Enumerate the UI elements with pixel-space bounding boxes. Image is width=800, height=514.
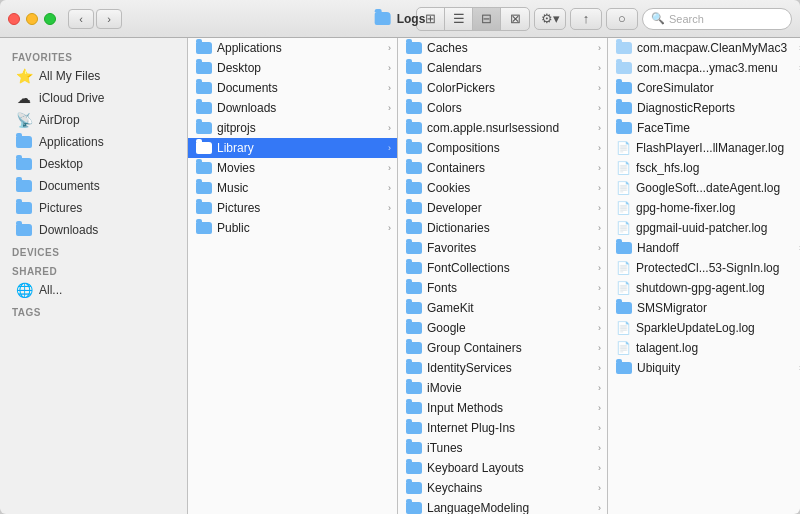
col3-handoff[interactable]: Handoff › [608, 238, 800, 258]
network-icon: 🌐 [16, 282, 32, 298]
sidebar-item-all-my-files[interactable]: ⭐ All My Files [4, 65, 183, 87]
col3-smsmigrator[interactable]: SMSMigrator [608, 298, 800, 318]
column-view-button[interactable]: ⊟ [473, 8, 501, 30]
col2-input-methods[interactable]: Input Methods › [398, 398, 607, 418]
folder-icon [196, 62, 212, 74]
col2-identityservices[interactable]: IdentityServices › [398, 358, 607, 378]
col1-movies[interactable]: Movies › [188, 158, 397, 178]
sidebar-item-downloads[interactable]: Downloads [4, 219, 183, 241]
search-icon: 🔍 [651, 12, 665, 25]
col3-coresimulator[interactable]: CoreSimulator [608, 78, 800, 98]
columns-area: Applications › Desktop › Documents › Dow… [188, 38, 800, 514]
col1-music[interactable]: Music › [188, 178, 397, 198]
col2-fontcollections[interactable]: FontCollections › [398, 258, 607, 278]
tag-button[interactable]: ○ [606, 8, 638, 30]
folder-icon [196, 142, 212, 154]
folder-icon [406, 122, 422, 134]
col3-sparkleupdatelog[interactable]: 📄 SparkleUpdateLog.log [608, 318, 800, 338]
col3-cleanmymac3-menu[interactable]: com.macpa...ymac3.menu › [608, 58, 800, 78]
col1-public[interactable]: Public › [188, 218, 397, 238]
sidebar-item-desktop[interactable]: Desktop [4, 153, 183, 175]
col2-colors[interactable]: Colors › [398, 98, 607, 118]
minimize-button[interactable] [26, 13, 38, 25]
all-my-files-icon: ⭐ [16, 68, 32, 84]
col2-nsurlsessiond[interactable]: com.apple.nsurlsessiond › [398, 118, 607, 138]
col2-developer[interactable]: Developer › [398, 198, 607, 218]
col2-calendars[interactable]: Calendars › [398, 58, 607, 78]
col2-keychains[interactable]: Keychains › [398, 478, 607, 498]
forward-button[interactable]: › [96, 9, 122, 29]
column-3: com.macpaw.CleanMyMac3 › com.macpa...yma… [608, 38, 800, 514]
sidebar-item-applications[interactable]: Applications [4, 131, 183, 153]
col2-itunes[interactable]: iTunes › [398, 438, 607, 458]
col2-favorites[interactable]: Favorites › [398, 238, 607, 258]
col3-shutdown-gpg[interactable]: 📄 shutdown-gpg-agent.log [608, 278, 800, 298]
folder-icon [406, 402, 422, 414]
coverflow-view-button[interactable]: ⊠ [501, 8, 529, 30]
col1-applications[interactable]: Applications › [188, 38, 397, 58]
folder-icon [406, 282, 422, 294]
col1-documents[interactable]: Documents › [188, 78, 397, 98]
col2-languagemodeling[interactable]: LanguageModeling › [398, 498, 607, 514]
folder-icon [616, 242, 632, 254]
col2-caches[interactable]: Caches › [398, 38, 607, 58]
col1-downloads[interactable]: Downloads › [188, 98, 397, 118]
action-button[interactable]: ⚙▾ [534, 8, 566, 30]
col3-diagnosticreports[interactable]: DiagnosticReports [608, 98, 800, 118]
file-icon: 📄 [616, 181, 631, 195]
share-button[interactable]: ↑ [570, 8, 602, 30]
col3-talagent[interactable]: 📄 talagent.log [608, 338, 800, 358]
col2-colorpickers[interactable]: ColorPickers › [398, 78, 607, 98]
col2-containers[interactable]: Containers › [398, 158, 607, 178]
folder-icon [406, 82, 422, 94]
list-view-button[interactable]: ☰ [445, 8, 473, 30]
col3-gpgmail-uuid[interactable]: 📄 gpgmail-uuid-patcher.log [608, 218, 800, 238]
col3-fsck-hfs[interactable]: 📄 fsck_hfs.log [608, 158, 800, 178]
col2-group-containers[interactable]: Group Containers › [398, 338, 607, 358]
col2-imovie[interactable]: iMovie › [398, 378, 607, 398]
folder-icon [196, 82, 212, 94]
folder-icon [616, 42, 632, 54]
col2-keyboard-layouts[interactable]: Keyboard Layouts › [398, 458, 607, 478]
col2-internet-plug-ins[interactable]: Internet Plug-Ins › [398, 418, 607, 438]
folder-icon [406, 262, 422, 274]
sidebar-item-documents[interactable]: Documents [4, 175, 183, 197]
sidebar-item-all[interactable]: 🌐 All... [4, 279, 183, 301]
folder-icon [616, 362, 632, 374]
icloud-icon: ☁ [16, 90, 32, 106]
col2-gamekit[interactable]: GameKit › [398, 298, 607, 318]
folder-icon [406, 382, 422, 394]
col1-gitprojs[interactable]: gitprojs › [188, 118, 397, 138]
col3-cleanmymac3[interactable]: com.macpaw.CleanMyMac3 › [608, 38, 800, 58]
col3-gpg-home-fixer[interactable]: 📄 gpg-home-fixer.log [608, 198, 800, 218]
col3-flashplayer-log[interactable]: 📄 FlashPlayerI...llManager.log [608, 138, 800, 158]
folder-icon [616, 62, 632, 74]
col2-dictionaries[interactable]: Dictionaries › [398, 218, 607, 238]
traffic-lights [8, 13, 56, 25]
col1-desktop[interactable]: Desktop › [188, 58, 397, 78]
col2-cookies[interactable]: Cookies › [398, 178, 607, 198]
back-button[interactable]: ‹ [68, 9, 94, 29]
folder-icon [406, 482, 422, 494]
pictures-folder-icon [16, 200, 32, 216]
col2-fonts[interactable]: Fonts › [398, 278, 607, 298]
col3-protectedcl-log[interactable]: 📄 ProtectedCl...53-SignIn.log [608, 258, 800, 278]
sidebar-item-icloud-drive[interactable]: ☁ iCloud Drive [4, 87, 183, 109]
sidebar-item-airdrop[interactable]: 📡 AirDrop [4, 109, 183, 131]
col3-googlesoft-log[interactable]: 📄 GoogleSoft...dateAgent.log [608, 178, 800, 198]
sidebar-section-favorites: Favorites [0, 46, 187, 65]
zoom-button[interactable] [44, 13, 56, 25]
sidebar-item-pictures[interactable]: Pictures [4, 197, 183, 219]
file-icon: 📄 [616, 321, 631, 335]
search-box[interactable]: 🔍 Search [642, 8, 792, 30]
col3-ubiquity[interactable]: Ubiquity › [608, 358, 800, 378]
applications-folder-icon [16, 134, 32, 150]
close-button[interactable] [8, 13, 20, 25]
folder-icon [406, 62, 422, 74]
sidebar-section-tags: Tags [0, 301, 187, 320]
col2-compositions[interactable]: Compositions › [398, 138, 607, 158]
col2-google[interactable]: Google › [398, 318, 607, 338]
col1-library[interactable]: Library › [188, 138, 397, 158]
col1-pictures[interactable]: Pictures › [188, 198, 397, 218]
col3-facetime[interactable]: FaceTime [608, 118, 800, 138]
